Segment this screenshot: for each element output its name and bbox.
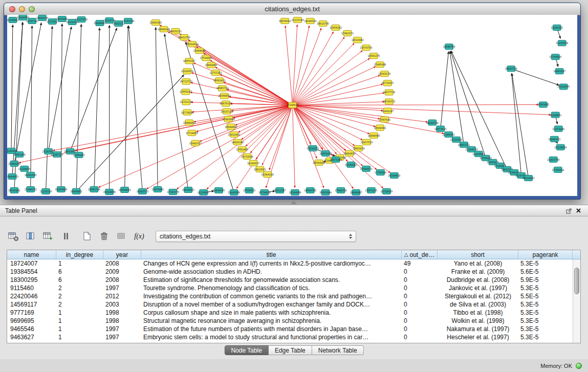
graph-node[interactable]: 17534021 [200, 55, 212, 61]
table-cell[interactable]: Jankovic et al. (1997) [438, 284, 518, 292]
graph-node[interactable]: 18920695 [212, 187, 225, 193]
graph-node[interactable]: 17589913 [243, 187, 255, 193]
table-cell[interactable]: Tibbo et al. (1998) [438, 309, 518, 317]
graph-edge[interactable] [11, 25, 13, 151]
window-zoom-button[interactable] [29, 6, 35, 12]
table-cell[interactable]: 18724007 [7, 259, 56, 268]
table-row[interactable]: 911546021997Tourette syndrome. Phenomeno… [7, 284, 573, 292]
graph-edge[interactable] [215, 67, 293, 105]
graph-node[interactable]: 17249013 [287, 102, 299, 108]
graph-node[interactable]: 19608807 [350, 189, 362, 195]
table-cell[interactable]: 9699695 [7, 317, 56, 325]
table-cell[interactable]: Stergiakouli et al. (2012) [438, 292, 518, 300]
graph-node[interactable]: 18524963 [522, 175, 535, 181]
graph-edge[interactable] [53, 105, 292, 150]
table-row[interactable]: 1938455462009Genome-wide association stu… [7, 268, 573, 276]
graph-node[interactable]: 18056782 [304, 187, 316, 193]
graph-edge[interactable] [292, 105, 538, 105]
graph-edge[interactable] [70, 28, 117, 151]
graph-node[interactable]: 17101290 [122, 18, 135, 24]
tab-edge-table[interactable]: Edge Table [269, 345, 312, 355]
graph-node[interactable]: 21442056 [228, 189, 240, 195]
table-cell[interactable]: 5.6E-5 [518, 268, 573, 276]
table-cell[interactable]: de Silva et al. (2003) [438, 300, 518, 309]
table-cell[interactable]: Wolkin et al. (1998) [438, 317, 518, 325]
table-cell[interactable]: Corpus callosum shape and size in male p… [141, 309, 402, 317]
table-cell[interactable]: 9115460 [7, 284, 56, 292]
table-cell[interactable]: 1 [56, 259, 103, 268]
graph-node[interactable]: 16584098 [289, 189, 301, 195]
graph-edge[interactable] [196, 105, 292, 132]
column-header-name[interactable]: name [7, 250, 56, 259]
graph-edge[interactable] [48, 27, 71, 151]
graph-node[interactable]: 21439508 [556, 40, 568, 46]
table-cell[interactable]: 2009 [103, 268, 141, 276]
graph-edge[interactable] [441, 51, 449, 128]
network-canvas[interactable]: 1724901316025221180127501241481422068048… [7, 15, 577, 196]
graph-node[interactable]: 19013921 [254, 166, 266, 172]
graph-node[interactable]: 19613785 [317, 21, 329, 27]
table-cell[interactable]: 5.3E-5 [518, 309, 573, 317]
graph-edge[interactable] [511, 69, 559, 85]
table-cell[interactable]: Changes of HCN gene expression and I(f) … [141, 259, 402, 268]
graph-node[interactable]: 17705914 [552, 167, 564, 172]
table-cell[interactable]: Yano et al. (2008) [438, 259, 518, 268]
close-panel-icon[interactable] [574, 207, 583, 215]
graph-node[interactable]: 20931904 [319, 189, 332, 195]
column-header-year[interactable]: year [103, 250, 141, 259]
graph-node[interactable]: 16648764 [443, 44, 455, 50]
table-cell[interactable]: 1 [56, 333, 103, 341]
graph-edge[interactable] [231, 105, 292, 111]
graph-node[interactable]: 19106382 [551, 25, 563, 31]
table-cell[interactable]: 2 [56, 300, 103, 309]
table-row[interactable]: 969969511998Structural magnetic resonanc… [7, 317, 573, 325]
table-row[interactable]: 1456911722003Disruption of a novel membe… [7, 300, 573, 309]
graph-node[interactable]: 15764920 [549, 54, 561, 60]
graph-node[interactable]: 21125340 [291, 17, 303, 23]
window-titlebar[interactable]: citations_edges.txt [4, 3, 580, 15]
graph-node[interactable]: 19404053 [7, 173, 18, 179]
table-cell[interactable]: 9465546 [7, 325, 56, 333]
graph-node[interactable]: 12414814 [186, 41, 199, 47]
column-header-short[interactable]: short [438, 250, 518, 259]
graph-node[interactable]: 16806153 [548, 136, 560, 142]
graph-node[interactable]: 18534271 [307, 145, 319, 151]
table-cell[interactable]: Tourette syndrome. Phenomenology and cla… [141, 284, 402, 292]
graph-node[interactable]: 16203860 [55, 186, 67, 192]
graph-edge[interactable] [285, 26, 292, 105]
graph-node[interactable]: 18091547 [553, 69, 565, 74]
table-row[interactable]: 2242004622012Investigating the contribut… [7, 292, 573, 300]
graph-node[interactable]: 20847310 [505, 66, 517, 72]
graph-node[interactable]: 17724059 [186, 130, 198, 136]
table-cell[interactable]: Estimation of significance thresholds fo… [141, 276, 402, 284]
table-cell[interactable]: 49 [402, 259, 438, 268]
delete-column-button[interactable] [98, 230, 111, 243]
graph-node[interactable]: 19086053 [183, 120, 195, 125]
table-row[interactable]: 1872400712008Changes of HCN gene express… [7, 259, 573, 268]
table-cell[interactable]: 1 [56, 317, 103, 325]
graph-node[interactable]: 15950457 [73, 152, 85, 158]
table-cell[interactable]: 5.3E-5 [518, 325, 573, 333]
tab-node-table[interactable]: Node Table [224, 345, 269, 355]
table-cell[interactable]: 1 [56, 309, 103, 317]
graph-node[interactable]: 16950664 [119, 187, 131, 192]
column-header-in_degree[interactable]: in_degree [56, 250, 103, 259]
graph-node[interactable]: 19337120 [221, 108, 233, 114]
table-cell[interactable]: 0 [402, 268, 438, 276]
graph-node[interactable]: 19726038 [258, 189, 271, 195]
graph-node[interactable]: 16501275 [368, 53, 380, 59]
table-cell[interactable]: Estimation of the future numbers of pati… [141, 325, 402, 333]
graph-node[interactable]: 22083302 [149, 20, 162, 26]
edit-table-button[interactable] [42, 230, 54, 243]
graph-edge[interactable] [292, 32, 333, 105]
table-cell[interactable]: 2012 [103, 292, 141, 300]
graph-node[interactable]: 17466316 [335, 187, 347, 193]
select-columns-button[interactable] [25, 230, 37, 243]
table-cell[interactable]: 6 [56, 268, 103, 276]
table-cell[interactable]: Structural magnetic resonance image aver… [141, 317, 402, 325]
graph-node[interactable]: 20244918 [388, 172, 400, 178]
graph-node[interactable]: 19138920 [554, 144, 567, 150]
table-cell[interactable]: 5.3E-5 [518, 259, 573, 268]
table-cell[interactable]: 2 [56, 284, 103, 292]
create-column-button[interactable] [81, 230, 93, 243]
